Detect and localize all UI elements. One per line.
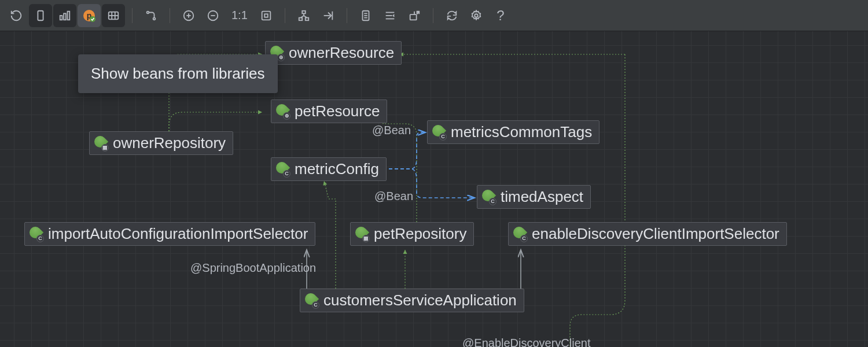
layout-button[interactable] bbox=[292, 4, 315, 27]
node-enable-discovery-client[interactable]: C enableDiscoveryClientImportSelector bbox=[508, 222, 787, 246]
svg-point-35 bbox=[475, 14, 478, 17]
svg-rect-1 bbox=[60, 16, 62, 20]
node-label: importAutoConfigurationImportSelector bbox=[48, 225, 308, 243]
panel-button-1[interactable] bbox=[29, 4, 52, 27]
node-owner-repository[interactable]: ▦ ownerRepository bbox=[89, 131, 233, 155]
tooltip: Show beans from libraries bbox=[78, 54, 278, 93]
node-label: customersServiceApplication bbox=[323, 291, 517, 309]
c-badge-icon: C bbox=[439, 133, 447, 141]
node-label: petResource bbox=[295, 102, 380, 120]
edge-label-bean: @Bean bbox=[372, 124, 411, 137]
bean-icon: C bbox=[275, 162, 290, 177]
edge-label-bean: @Bean bbox=[374, 190, 413, 203]
bean-icon: ⊕ bbox=[275, 104, 290, 119]
list-button[interactable] bbox=[378, 4, 402, 27]
c-badge-icon: C bbox=[489, 198, 496, 205]
orient-button[interactable] bbox=[317, 4, 340, 27]
svg-rect-0 bbox=[38, 10, 43, 20]
bean-icon: ▦ bbox=[93, 136, 108, 151]
node-customers-service-application[interactable]: C customersServiceApplication bbox=[300, 289, 524, 312]
edge-label-spring-boot: @SpringBootApplication bbox=[190, 261, 316, 275]
node-label: ownerRepository bbox=[113, 134, 226, 152]
separator bbox=[347, 8, 347, 23]
toolbar: p 1:1 ? bbox=[0, 0, 868, 31]
svg-point-12 bbox=[153, 17, 156, 20]
node-pet-repository[interactable]: ▦ petRepository bbox=[350, 222, 474, 246]
sync-button[interactable] bbox=[440, 4, 464, 27]
bean-icon: C bbox=[431, 125, 446, 140]
view-button[interactable] bbox=[102, 4, 125, 27]
bean-icon: C bbox=[481, 190, 496, 205]
node-pet-resource[interactable]: ⊕ petResource bbox=[271, 99, 387, 123]
node-label: timedAspect bbox=[501, 188, 583, 206]
diagram-canvas[interactable]: ⊕ ownerResource ⊕ petResource ▦ ownerRep… bbox=[0, 31, 868, 347]
node-label: metricsCommonTags bbox=[451, 123, 592, 141]
svg-rect-3 bbox=[68, 11, 70, 20]
node-timed-aspect[interactable]: C timedAspect bbox=[477, 185, 591, 209]
node-owner-resource[interactable]: ⊕ ownerResource bbox=[265, 41, 402, 65]
c-badge-icon: C bbox=[36, 235, 44, 242]
bean-icon: C bbox=[512, 227, 527, 242]
svg-rect-19 bbox=[264, 14, 268, 17]
c-badge-icon: C bbox=[520, 235, 528, 242]
fit-button[interactable] bbox=[255, 4, 278, 27]
bean-icon: C bbox=[304, 293, 319, 308]
svg-rect-34 bbox=[410, 14, 416, 20]
separator bbox=[433, 8, 433, 23]
node-label: metricConfig bbox=[295, 160, 379, 178]
export-button[interactable] bbox=[403, 4, 426, 27]
bean-icon: C bbox=[28, 227, 43, 242]
node-metric-config[interactable]: C metricConfig bbox=[271, 157, 387, 181]
svg-rect-21 bbox=[299, 17, 303, 20]
node-label: ownerResource bbox=[289, 44, 394, 62]
separator bbox=[170, 8, 170, 23]
zoom-in-button[interactable] bbox=[177, 4, 200, 27]
svg-rect-22 bbox=[306, 17, 309, 20]
node-import-auto-configuration[interactable]: C importAutoConfigurationImportSelector bbox=[24, 222, 315, 246]
zoom-out-button[interactable] bbox=[201, 4, 225, 27]
svg-rect-2 bbox=[64, 13, 66, 20]
node-label: enableDiscoveryClientImportSelector bbox=[532, 225, 779, 243]
web-badge-icon: ⊕ bbox=[277, 54, 285, 61]
chart-button[interactable] bbox=[53, 4, 76, 27]
web-badge-icon: ⊕ bbox=[283, 112, 290, 120]
edge-label-enable-discovery: @EnableDiscoveryClient bbox=[462, 337, 591, 347]
separator bbox=[285, 8, 285, 23]
svg-point-11 bbox=[147, 11, 149, 13]
settings-button[interactable] bbox=[465, 4, 488, 27]
db-badge-icon: ▦ bbox=[101, 144, 109, 152]
zoom-reset-button[interactable]: 1:1 bbox=[226, 4, 253, 27]
refresh-button[interactable] bbox=[5, 4, 28, 27]
show-libraries-button[interactable]: p bbox=[78, 4, 101, 27]
svg-rect-18 bbox=[262, 11, 270, 20]
db-badge-icon: ▦ bbox=[362, 235, 370, 242]
separator bbox=[132, 8, 133, 23]
svg-rect-20 bbox=[302, 10, 306, 13]
doc-button[interactable] bbox=[354, 4, 377, 27]
node-label: petRepository bbox=[374, 225, 466, 243]
svg-point-6 bbox=[90, 16, 95, 22]
node-metrics-common-tags[interactable]: C metricsCommonTags bbox=[427, 120, 599, 144]
help-button[interactable]: ? bbox=[489, 4, 512, 27]
c-badge-icon: C bbox=[283, 170, 290, 178]
route-button[interactable] bbox=[139, 4, 163, 27]
c-badge-icon: C bbox=[312, 301, 319, 309]
bean-icon: ▦ bbox=[354, 227, 369, 242]
